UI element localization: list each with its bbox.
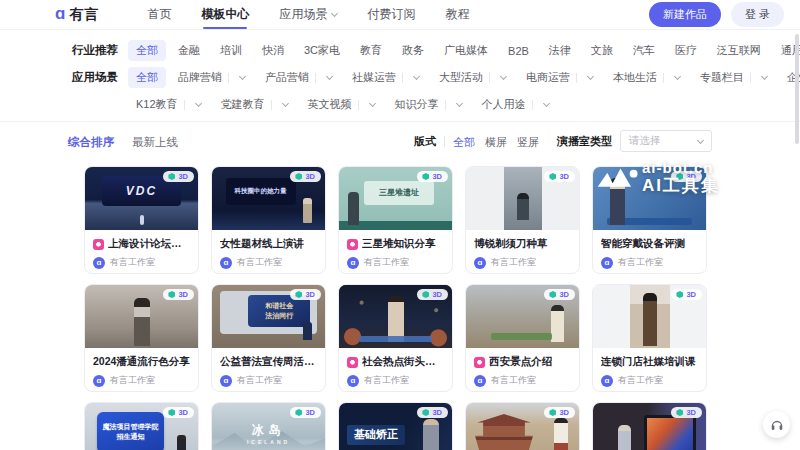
template-card[interactable]: 3D 连锁门店社媒培训课 ɑ 有言工作室 [592, 284, 707, 392]
scene-option-label: 品牌营销 [178, 70, 222, 85]
industry-option[interactable]: 医疗 [667, 40, 705, 61]
template-card[interactable]: 3D 社会热点街头采访连线 ɑ 有言工作室 [338, 284, 453, 392]
nav-item-2[interactable]: 模板中心 [201, 0, 249, 30]
scene-dropdown-option[interactable]: 英文视频 [300, 94, 383, 115]
nav-item-4[interactable]: 付费订阅 [367, 0, 415, 30]
3d-badge: 3D [290, 289, 321, 300]
scene-dropdown-option[interactable]: 社媒运营 [344, 67, 427, 88]
scene-dropdown-option[interactable]: 电商运营 [518, 67, 601, 88]
top-navbar: ɑ 有言 首页模板中心应用场景付费订阅教程 新建作品 登 录 [0, 0, 800, 30]
3d-badge-label: 3D [432, 290, 442, 299]
scene-option-label: 党建教育 [221, 97, 265, 112]
thumbnail-caption: 基础矫正 [347, 425, 405, 445]
template-card[interactable]: 3D 和谐社会法治同行 公益普法宣传周活动预告 ɑ 有言工作室 [211, 284, 326, 392]
template-card[interactable]: 3D 三星堆遗址 三星堆知识分享 ɑ 有言工作室 [338, 166, 453, 274]
cube-3d-icon [168, 409, 175, 416]
industry-option[interactable]: 培训 [212, 40, 250, 61]
industry-option[interactable]: 金融 [170, 40, 208, 61]
sort-option[interactable]: 综合排序 [68, 136, 114, 148]
scene-dropdown-option[interactable]: K12教育 [128, 94, 209, 115]
author-name: 有言工作室 [364, 256, 409, 269]
3d-badge: 3D [290, 407, 321, 418]
new-work-button[interactable]: 新建作品 [649, 2, 721, 27]
template-card[interactable]: 3D 2024潘通流行色分享 ɑ 有言工作室 [84, 284, 199, 392]
layout-option[interactable]: 横屏 [485, 136, 507, 148]
template-card[interactable]: 3D 冰岛ICELAND ɑ 有言工作室 [211, 402, 326, 450]
thumbnail-caption-line: 法治同行 [265, 312, 293, 321]
layout-option[interactable]: 竖屏 [517, 136, 539, 148]
3d-badge-label: 3D [178, 290, 188, 299]
industry-option[interactable]: 政务 [394, 40, 432, 61]
template-card[interactable]: 3D VDC 上海设计论坛开场主持 ɑ 有言工作室 [84, 166, 199, 274]
author-name: 有言工作室 [618, 374, 663, 387]
industry-option[interactable]: 汽车 [625, 40, 663, 61]
3d-badge: 3D [163, 171, 194, 182]
sort-option[interactable]: 最新上线 [132, 136, 178, 148]
brand-logo[interactable]: ɑ 有言 [55, 6, 99, 24]
industry-option[interactable]: 快消 [254, 40, 292, 61]
chevron-down-icon [282, 100, 289, 107]
template-card[interactable]: 3D 科技圈中的她力量 女性题材线上演讲 ɑ 有言工作室 [211, 166, 326, 274]
template-card[interactable]: 3D 西安景点介绍 ɑ 有言工作室 [465, 284, 580, 392]
hot-icon [474, 357, 485, 368]
template-card[interactable]: 3D ɑ 有言工作室 [592, 402, 707, 450]
vertical-scrollbar[interactable] [794, 0, 800, 450]
3d-badge: 3D [163, 407, 194, 418]
scene-dropdown-option[interactable]: 党建教育 [213, 94, 296, 115]
nav-item-1[interactable]: 首页 [147, 0, 171, 30]
template-thumbnail: 3D 和谐社会法治同行 [212, 285, 325, 348]
template-card[interactable]: 3D 智能穿戴设备评测 ɑ 有言工作室 [592, 166, 707, 274]
industry-option[interactable]: 3C家电 [296, 40, 348, 61]
layout-option[interactable]: 全部 [453, 136, 475, 148]
template-card[interactable]: 3D 基础矫正 ɑ 有言工作室 [338, 402, 453, 450]
3d-badge-label: 3D [178, 172, 188, 181]
3d-badge-label: 3D [686, 408, 696, 417]
scrollbar-thumb[interactable] [795, 34, 799, 144]
industry-option[interactable]: 法律 [541, 40, 579, 61]
scene-option-label: 英文视频 [308, 97, 352, 112]
3d-badge: 3D [417, 289, 448, 300]
template-thumbnail: 3D [339, 285, 452, 348]
template-title: 女性题材线上演讲 [220, 237, 304, 251]
scene-option[interactable]: 全部 [128, 67, 166, 88]
template-card[interactable]: 3D 博锐剃须刀种草 ɑ 有言工作室 [465, 166, 580, 274]
scene-dropdown-option[interactable]: 本地生活 [605, 67, 688, 88]
template-card[interactable]: 3D ɑ 有言工作室 [465, 402, 580, 450]
customer-service-button[interactable] [763, 411, 790, 438]
login-button[interactable]: 登 录 [731, 2, 784, 27]
industry-option[interactable]: B2B [500, 42, 537, 60]
industry-option[interactable]: 文旅 [583, 40, 621, 61]
3d-badge-label: 3D [305, 290, 315, 299]
template-card[interactable]: 3D 魔法项目管理学院招生通知 ɑ 有言工作室 [84, 402, 199, 450]
nav-item-5[interactable]: 教程 [445, 0, 469, 30]
scene-option-label: 产品营销 [265, 70, 309, 85]
card-info: 公益普法宣传周活动预告 ɑ 有言工作室 [212, 348, 325, 387]
template-thumbnail: 3D [466, 403, 579, 450]
nav-item-3[interactable]: 应用场景 [279, 0, 337, 30]
divider [184, 100, 185, 110]
hot-icon [347, 239, 358, 250]
scene-dropdown-option[interactable]: 知识分享 [387, 94, 470, 115]
card-info: 博锐剃须刀种草 ɑ 有言工作室 [466, 230, 579, 269]
chevron-down-icon [413, 73, 420, 80]
card-info: 女性题材线上演讲 ɑ 有言工作室 [212, 230, 325, 269]
3d-badge-label: 3D [432, 408, 442, 417]
template-title: 社会热点街头采访连线 [362, 355, 444, 369]
scene-dropdown-option[interactable]: 个人用途 [474, 94, 557, 115]
industry-option[interactable]: 全部 [128, 40, 166, 61]
filter-panel: 行业推荐 全部金融培训快消3C家电教育政务广电媒体B2B法律文旅汽车医疗泛互联网… [0, 30, 800, 115]
industry-option[interactable]: 广电媒体 [436, 40, 496, 61]
card-info: 上海设计论坛开场主持 ɑ 有言工作室 [85, 230, 198, 269]
studio-avatar: ɑ [601, 257, 613, 269]
3d-badge-label: 3D [559, 290, 569, 299]
scene-dropdown-option[interactable]: 专题栏目 [692, 67, 775, 88]
divider [402, 73, 403, 83]
industry-option[interactable]: 教育 [352, 40, 390, 61]
studio-avatar: ɑ [601, 375, 613, 387]
scene-dropdown-option[interactable]: 品牌营销 [170, 67, 253, 88]
studio-type-select[interactable]: 请选择 [620, 130, 712, 152]
industry-option[interactable]: 泛互联网 [709, 40, 769, 61]
scene-dropdown-option[interactable]: 产品营销 [257, 67, 340, 88]
card-info: 西安景点介绍 ɑ 有言工作室 [466, 348, 579, 387]
scene-dropdown-option[interactable]: 大型活动 [431, 67, 514, 88]
